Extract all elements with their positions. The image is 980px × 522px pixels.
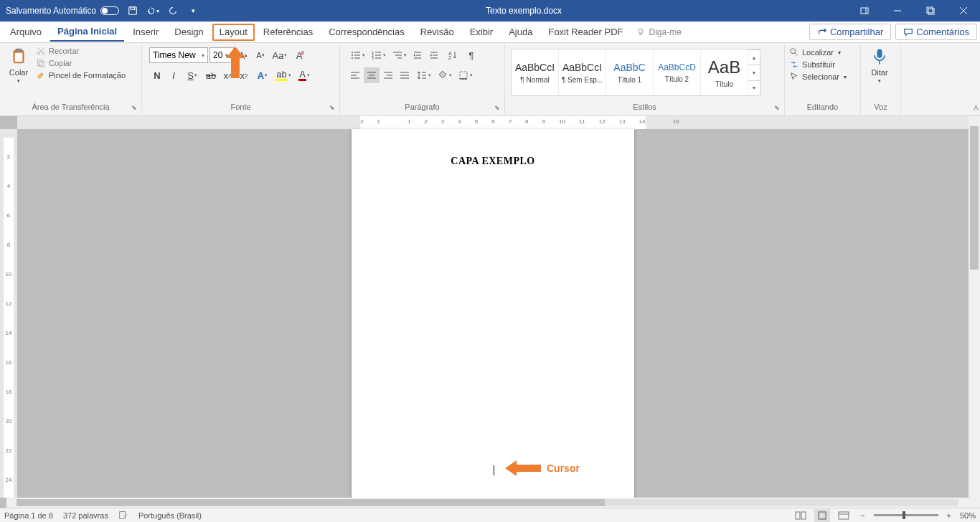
font-color-button[interactable]: A▾	[294, 67, 314, 83]
close-icon[interactable]	[947, 0, 980, 22]
align-center-icon[interactable]	[364, 67, 380, 83]
tab-help[interactable]: Ajuda	[501, 24, 540, 41]
comments-button[interactable]: Comentários	[895, 24, 977, 40]
text-effects-icon[interactable]: A▾	[253, 67, 273, 83]
align-right-icon[interactable]	[380, 67, 396, 83]
style-heading2[interactable]: AaBbCcDTítulo 2	[654, 49, 701, 95]
toggle-off-icon[interactable]	[100, 6, 119, 15]
show-marks-icon[interactable]: ¶	[463, 47, 479, 63]
gallery-up-icon[interactable]: ▴	[748, 49, 760, 65]
share-button[interactable]: Compartilhar	[809, 24, 891, 40]
clipboard-icon	[9, 47, 29, 67]
italic-button[interactable]: I	[166, 67, 182, 83]
svg-rect-59	[120, 511, 126, 518]
find-button[interactable]: Localizar▾	[789, 47, 847, 57]
styles-gallery[interactable]: AaBbCcI¶ Normal AaBbCcI¶ Sem Esp... AaBb…	[511, 49, 760, 96]
style-normal[interactable]: AaBbCcI¶ Normal	[512, 49, 559, 95]
underline-button[interactable]: S▾	[182, 67, 202, 83]
zoom-level[interactable]: 50%	[960, 511, 976, 520]
line-spacing-icon[interactable]: ▾	[413, 67, 433, 83]
redo-icon[interactable]	[166, 4, 179, 17]
gallery-more-icon[interactable]: ▾	[748, 80, 760, 95]
cursor-icon	[789, 72, 799, 82]
tab-insert[interactable]: Inserir	[126, 24, 166, 41]
style-title[interactable]: AaBTítulo	[701, 49, 748, 95]
increase-indent-icon[interactable]	[426, 47, 442, 63]
minimize-icon[interactable]	[881, 0, 914, 22]
style-heading1[interactable]: AaBbCTítulo 1	[606, 49, 654, 95]
bullets-icon[interactable]: ▾	[347, 47, 367, 63]
styles-launcher-icon[interactable]: ⬊	[774, 104, 780, 111]
scissors-icon	[36, 46, 46, 56]
vertical-scrollbar[interactable]	[969, 116, 980, 508]
annotation-cursor-label: Cursor	[505, 460, 580, 476]
select-button[interactable]: Selecionar▾	[789, 72, 847, 82]
ribbon-display-icon[interactable]	[848, 0, 881, 22]
document-page[interactable]: CAPA EXEMPLO Cursor	[352, 129, 634, 508]
font-name-combo[interactable]: Times New R▾	[149, 47, 208, 63]
spellcheck-icon[interactable]	[118, 510, 128, 521]
highlight-button[interactable]: ab▾	[273, 67, 293, 83]
language-indicator[interactable]: Português (Brasil)	[138, 511, 202, 520]
svg-rect-2	[861, 8, 868, 14]
tab-foxit[interactable]: Foxit Reader PDF	[541, 24, 630, 41]
tab-design[interactable]: Design	[167, 24, 210, 41]
change-case-icon[interactable]: Aa▾	[270, 47, 290, 63]
bold-button[interactable]: N	[149, 67, 165, 83]
sort-icon[interactable]: AZ	[443, 47, 463, 63]
shrink-font-icon[interactable]: A▾	[253, 47, 268, 63]
multilevel-list-icon[interactable]: ▾	[389, 47, 409, 63]
dictate-button[interactable]: Ditar▾	[864, 44, 895, 86]
para-launcher-icon[interactable]: ⬊	[494, 104, 500, 111]
borders-icon[interactable]: ▾	[455, 67, 475, 83]
clipboard-launcher-icon[interactable]: ⬊	[131, 104, 137, 111]
undo-icon[interactable]: ▾	[146, 4, 159, 17]
zoom-slider[interactable]	[874, 514, 938, 516]
horizontal-ruler[interactable]: 21123456789101112131416	[17, 116, 969, 129]
style-nospacing[interactable]: AaBbCcI¶ Sem Esp...	[559, 49, 606, 95]
maximize-icon[interactable]	[914, 0, 947, 22]
tab-mailings[interactable]: Correspondências	[321, 24, 412, 41]
justify-icon[interactable]	[397, 67, 413, 83]
tab-home[interactable]: Página Inicial	[50, 23, 124, 42]
paste-button[interactable]: Colar ▾	[3, 44, 34, 86]
document-title: Texto exemplo.docx	[199, 6, 848, 16]
font-launcher-icon[interactable]: ⬊	[329, 104, 335, 111]
tab-layout[interactable]: Layout	[212, 24, 255, 41]
gallery-down-icon[interactable]: ▾	[748, 65, 760, 80]
word-count[interactable]: 372 palavras	[63, 511, 108, 520]
collapse-ribbon-icon[interactable]: ᐱ	[974, 104, 979, 112]
zoom-out-button[interactable]: −	[857, 511, 867, 520]
tab-references[interactable]: Referências	[256, 24, 320, 41]
svg-rect-4	[927, 7, 933, 13]
tab-view[interactable]: Exibir	[463, 24, 501, 41]
tab-file[interactable]: Arquivo	[3, 24, 49, 41]
statusbar: Página 1 de 8 372 palavras Português (Br…	[0, 508, 980, 522]
save-icon[interactable]	[126, 4, 139, 17]
share-icon	[817, 27, 827, 37]
shading-icon[interactable]: ▾	[434, 67, 454, 83]
replace-icon	[789, 60, 799, 70]
print-layout-icon[interactable]	[814, 509, 830, 522]
svg-rect-11	[15, 53, 23, 62]
document-heading: CAPA EXEMPLO	[352, 156, 634, 167]
annotation-arrow-layout	[225, 47, 246, 81]
document-area[interactable]: 21123456789101112131416 2468101214161820…	[0, 116, 980, 508]
clear-formatting-icon[interactable]: A⌀	[291, 47, 307, 63]
qat-dropdown-icon[interactable]: ▾	[187, 4, 199, 17]
page-indicator[interactable]: Página 1 de 8	[4, 511, 53, 520]
format-painter-button[interactable]: Pincel de Formatação	[36, 70, 126, 80]
horizontal-scrollbar[interactable]	[6, 498, 969, 508]
align-left-icon[interactable]	[347, 67, 363, 83]
strikethrough-button[interactable]: ab	[203, 67, 219, 83]
zoom-in-button[interactable]: +	[944, 511, 954, 520]
decrease-indent-icon[interactable]	[410, 47, 425, 63]
replace-button[interactable]: Substituir	[789, 60, 847, 70]
numbering-icon[interactable]: 123▾	[368, 47, 388, 63]
autosave-toggle[interactable]: Salvamento Automático	[6, 6, 119, 16]
vertical-ruler[interactable]: 24681012141618202224	[0, 129, 17, 498]
read-mode-icon[interactable]	[793, 509, 809, 522]
tab-review[interactable]: Revisão	[413, 24, 461, 41]
web-layout-icon[interactable]	[836, 509, 852, 522]
tell-me-search[interactable]: Diga-me	[631, 26, 685, 39]
